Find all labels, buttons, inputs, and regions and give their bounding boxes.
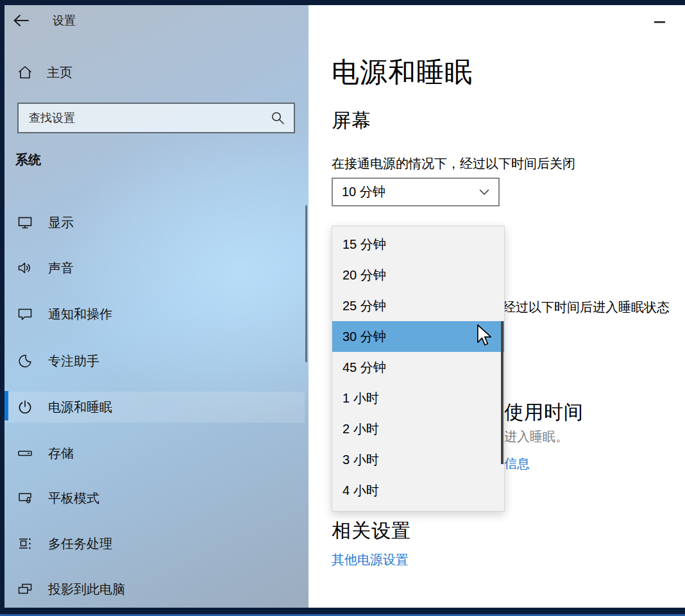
dropdown-option[interactable]: 45 分钟 [332,352,504,383]
sidebar-item-display[interactable]: 显示 [4,207,305,238]
back-button[interactable] [13,13,30,28]
dropdown-option[interactable]: 4 小时 [332,475,504,506]
focus-assist-icon [17,353,33,369]
screen-section-heading: 屏幕 [332,108,371,134]
sidebar-item-focus-assist[interactable]: 专注助手 [4,345,305,376]
dropdown-scrollbar[interactable] [501,321,503,464]
screen-timeout-label: 在接通电源的情况下，经过以下时间后关闭 [332,155,575,172]
sidebar-item-label: 声音 [48,260,74,277]
multitasking-icon [17,536,33,551]
tablet-mode-icon [17,490,33,506]
battery-section-heading-fragment: 使用时间 [504,399,584,426]
battery-info-link-fragment[interactable]: 信息 [504,455,530,472]
timeout-dropdown-list: 15 分钟 20 分钟 25 分钟 30 分钟 45 分钟 1 小时 2 小时 … [332,226,505,512]
notifications-icon [17,306,33,322]
sound-icon [17,260,33,276]
settings-window: 设置 主页 系统 显示 [0,0,685,616]
sidebar-item-label: 通知和操作 [48,306,112,323]
dropdown-option[interactable]: 15 分钟 [332,229,504,260]
dropdown-option[interactable]: 1 小时 [332,383,504,413]
sidebar-item-home[interactable]: 主页 [17,62,72,83]
dropdown-option[interactable]: 25 分钟 [332,290,504,321]
sidebar: 设置 主页 系统 显示 [4,5,309,608]
sidebar-item-label: 显示 [48,214,74,231]
sidebar-home-label: 主页 [47,64,72,81]
search-box [17,103,295,133]
sidebar-item-label: 存储 [48,445,74,462]
battery-section-body-fragment: 进入睡眠。 [504,428,568,445]
chevron-down-icon [479,189,489,196]
sidebar-item-notifications[interactable]: 通知和操作 [4,299,305,329]
display-icon [17,215,33,230]
sidebar-item-multitasking[interactable]: 多任务处理 [4,528,305,559]
sidebar-item-label: 投影到此电脑 [48,581,125,598]
screen-timeout-select[interactable]: 10 分钟 [332,178,500,206]
minimize-button[interactable] [653,17,666,26]
sidebar-item-storage[interactable]: 存储 [4,438,305,469]
power-icon [17,399,33,415]
additional-power-settings-link[interactable]: 其他电源设置 [332,551,409,569]
sidebar-section-system: 系统 [15,151,41,169]
sidebar-item-sound[interactable]: 声音 [4,253,305,283]
selected-item-accent-bar [4,391,8,420]
storage-icon [17,445,33,461]
related-settings-heading: 相关设置 [332,518,411,544]
page-title: 电源和睡眠 [332,54,473,91]
sidebar-item-label: 平板模式 [48,490,99,507]
app-title: 设置 [53,13,76,28]
minimize-icon [654,21,665,23]
sleep-timeout-label-fragment: 经过以下时间后进入睡眠状态 [503,299,685,316]
back-arrow-icon [13,13,30,28]
project-icon [17,581,33,597]
home-icon [17,65,33,80]
sidebar-item-label: 多任务处理 [48,535,112,553]
sidebar-scrollbar[interactable] [305,205,307,362]
sidebar-item-projecting[interactable]: 投影到此电脑 [4,574,305,604]
sidebar-item-power-sleep[interactable]: 电源和睡眠 [4,392,305,422]
search-input[interactable] [19,104,271,132]
select-value: 10 分钟 [342,183,385,201]
dropdown-option-highlighted[interactable]: 30 分钟 [332,321,504,352]
dropdown-option[interactable]: 3 小时 [332,444,504,475]
dropdown-option[interactable]: 20 分钟 [332,260,504,290]
sidebar-item-tablet-mode[interactable]: 平板模式 [4,483,305,513]
search-icon[interactable] [271,111,285,125]
sidebar-item-label: 电源和睡眠 [48,399,112,416]
sidebar-item-label: 专注助手 [48,353,99,370]
dropdown-option[interactable]: 2 小时 [332,413,504,444]
main-content: 电源和睡眠 屏幕 在接通电源的情况下，经过以下时间后关闭 10 分钟 经过以下时… [309,5,685,608]
